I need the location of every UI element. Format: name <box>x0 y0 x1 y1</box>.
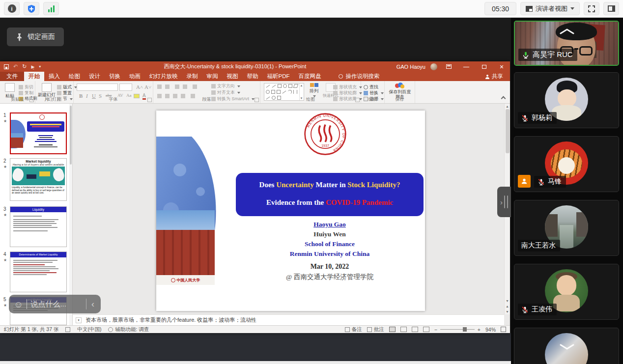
zoom-slider[interactable]: − + <box>434 327 481 333</box>
undo-icon[interactable]: ↶ <box>13 63 18 70</box>
slide-canvas[interactable]: RENMIN UNIVERSITY OF CHINA 1937 <box>73 104 504 314</box>
bullets-icon[interactable] <box>157 84 162 89</box>
close-button[interactable]: × <box>495 61 508 72</box>
line-spacing-icon[interactable] <box>193 84 197 89</box>
account-avatar[interactable] <box>430 63 437 70</box>
tab-slideshow[interactable]: 幻灯片放映 <box>145 72 182 81</box>
thumb-image[interactable]: Determinants of Market Liquidity <box>10 252 67 292</box>
tab-draw[interactable]: 绘图 <box>64 72 85 81</box>
tab-home[interactable]: 开始 <box>24 72 44 81</box>
increase-indent-icon[interactable] <box>183 84 187 89</box>
tab-insert[interactable]: 插入 <box>44 72 64 81</box>
zoom-knob[interactable] <box>463 327 467 332</box>
tab-help[interactable]: 帮助 <box>243 72 263 81</box>
tab-transitions[interactable]: 切换 <box>105 72 125 81</box>
ribbon-display-options-button[interactable] <box>442 61 455 72</box>
notes-collapse-icon[interactable]: ▾ <box>76 317 82 323</box>
view-mode-selector[interactable]: 演讲者视图 <box>520 2 580 15</box>
minimize-button[interactable]: — <box>460 61 473 72</box>
tab-review[interactable]: 审阅 <box>202 72 223 81</box>
zoom-in-icon[interactable]: + <box>478 327 481 333</box>
emoji-icon[interactable]: ☺ <box>14 300 23 309</box>
spellcheck-icon[interactable] <box>65 327 70 332</box>
pin-view-button[interactable]: 锁定画面 <box>7 28 64 46</box>
shrink-font-button[interactable]: A˅ <box>143 84 153 90</box>
thumbnail-slide-3[interactable]: 3 ★ Liquidity <box>0 206 70 249</box>
tell-me-search[interactable]: 操作说明搜索 <box>339 72 380 81</box>
collapse-ribbon-icon[interactable] <box>501 96 506 101</box>
participant-tile-wanglingwei[interactable]: 王凌伟 <box>514 264 619 320</box>
tab-animations[interactable]: 动画 <box>125 72 145 81</box>
side-panel-toggle-button[interactable] <box>603 2 619 15</box>
previous-slide-button[interactable]: ▲ <box>506 305 509 308</box>
thumbnail-slide-2[interactable]: 2 ★ Market liquidity Having a lot of buy… <box>0 158 70 203</box>
share-button[interactable]: 共享 <box>479 72 510 81</box>
thumb-image[interactable]: Liquidity <box>10 206 67 247</box>
slide-thumbnail-panel: 1 ★ <box>0 104 73 325</box>
network-signal-button[interactable] <box>43 2 59 15</box>
font-name-box[interactable] <box>77 84 118 91</box>
participant-tile-mafeng[interactable]: 马锋 <box>514 136 619 192</box>
thumbnail-slide-1[interactable]: 1 ★ <box>0 112 70 157</box>
participant-tile-wangruoshui[interactable]: 南大王若水 <box>514 200 619 256</box>
align-text-button[interactable]: 对齐文本 <box>211 89 240 96</box>
language-indicator[interactable]: 中文(中国) <box>77 326 101 333</box>
reading-view-button[interactable] <box>412 327 418 332</box>
notes-toggle-button[interactable]: 备注 <box>345 326 362 333</box>
accessibility-status[interactable]: 辅助功能: 调查 <box>108 326 149 333</box>
scrollbar-thumb[interactable] <box>506 109 510 153</box>
slide-1[interactable]: RENMIN UNIVERSITY OF CHINA 1937 <box>156 111 425 311</box>
sidebar-collapse-handle[interactable]: › <box>497 187 511 217</box>
normal-view-button[interactable] <box>389 327 396 332</box>
zoom-track[interactable] <box>440 329 475 330</box>
scroll-down-icon[interactable]: ▼ <box>506 299 509 303</box>
paragraph-dialog-launcher[interactable] <box>255 98 259 102</box>
redo-icon[interactable]: ↻ <box>22 63 27 70</box>
participant-tile-guoyangli[interactable]: 郭杨莉 <box>514 72 619 128</box>
scroll-up-icon[interactable]: ▲ <box>506 105 509 108</box>
scroll-down-chevron-icon[interactable] <box>558 343 576 351</box>
slideshow-view-button[interactable] <box>423 327 429 332</box>
fullscreen-button[interactable] <box>584 2 599 15</box>
health-check-button[interactable] <box>24 2 39 15</box>
next-slide-button[interactable]: ▼ <box>506 310 509 313</box>
zoom-out-icon[interactable]: − <box>434 327 437 333</box>
thumb-image[interactable] <box>10 112 67 154</box>
start-slideshow-icon[interactable]: ▶̱ <box>31 64 34 69</box>
chat-input[interactable]: ☺ 说点什么... ‹ <box>9 295 101 313</box>
account-name[interactable]: GAO Haoyu <box>396 64 425 70</box>
numbering-icon[interactable] <box>165 84 170 89</box>
tab-view[interactable]: 视图 <box>223 72 243 81</box>
tab-design[interactable]: 设计 <box>85 72 105 81</box>
thumbnail-slide-4[interactable]: 4 ★ Determinants of Market Liquidity <box>0 252 70 294</box>
tab-file[interactable]: 文件 <box>0 72 24 81</box>
tab-baidu-netdisk[interactable]: 百度网盘 <box>294 72 326 81</box>
title-banner[interactable]: Does Uncertainty Matter in Stock Liquidi… <box>236 173 424 216</box>
customize-qat-icon[interactable]: ▾ <box>39 64 41 69</box>
font-size-box[interactable] <box>119 84 132 91</box>
slide-sorter-view-button[interactable] <box>400 327 407 332</box>
participant-name: 南大王若水 <box>521 241 556 250</box>
zoom-percentage[interactable]: 94% <box>485 327 496 333</box>
thumbnail-scrollbar[interactable] <box>69 104 72 325</box>
speaker-view-icon <box>526 6 533 12</box>
clipboard-dialog-launcher[interactable] <box>29 98 34 102</box>
arrange-button[interactable]: 排列 <box>307 83 321 97</box>
meeting-info-button[interactable]: i <box>4 2 20 15</box>
thumb-image[interactable]: Market liquidity Having a lot of buyers … <box>10 158 67 201</box>
decrease-indent-icon[interactable] <box>175 84 179 89</box>
authors-block[interactable]: Haoyu Gao Huiyu Wen School of Finance Re… <box>236 220 424 259</box>
notes-text[interactable]: 资本市场，股票市场，非常重要的几个feature. 收益率；波动率；流动性 <box>85 316 256 324</box>
text-direction-button[interactable]: 文字方向 <box>211 83 240 89</box>
notes-pane[interactable]: ▾ 资本市场，股票市场，非常重要的几个feature. 收益率；波动率；流动性 <box>73 314 504 325</box>
restore-button[interactable] <box>478 61 490 72</box>
save-icon[interactable] <box>4 64 9 69</box>
scroll-up-chevron-icon[interactable] <box>558 28 576 35</box>
tab-record[interactable]: 录制 <box>182 72 202 81</box>
collapse-chat-icon[interactable]: ‹ <box>90 299 96 309</box>
fit-to-window-icon[interactable] <box>501 327 506 332</box>
font-dialog-launcher[interactable] <box>147 98 152 102</box>
tab-foxit-pdf[interactable]: 福昕PDF <box>263 72 294 81</box>
drawing-dialog-launcher[interactable] <box>355 98 360 102</box>
comments-toggle-button[interactable]: 批注 <box>367 326 384 333</box>
